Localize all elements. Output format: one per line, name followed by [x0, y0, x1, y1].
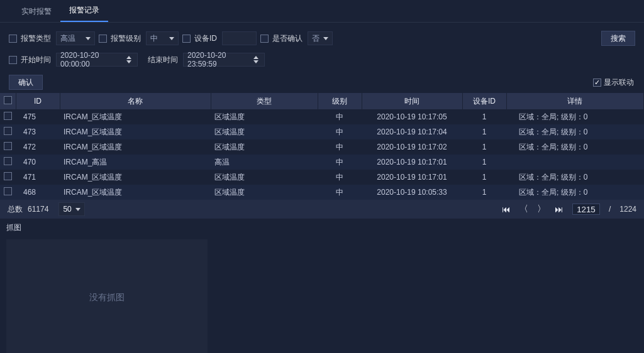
search-button[interactable]: 搜索 — [601, 31, 635, 46]
th-level: 级别 — [318, 93, 362, 109]
first-page-icon[interactable]: ⏮ — [502, 204, 511, 214]
input-start-time-value: 2020-10-20 00:00:00 — [60, 51, 125, 68]
row-checkbox[interactable] — [4, 157, 12, 165]
table-row[interactable]: 470IRCAM_高温高温中2020-10-19 10:17:011 — [0, 155, 644, 170]
cell-type: 区域温度 — [211, 170, 318, 185]
value-total: 61174 — [28, 205, 48, 214]
input-device-id[interactable] — [222, 31, 257, 45]
tab-history[interactable]: 报警记录 — [60, 0, 108, 22]
cell-deviceid: 1 — [462, 124, 506, 139]
confirm-button[interactable]: 确认 — [9, 75, 43, 90]
cell-name: IRCAM_区域温度 — [60, 185, 211, 200]
spin-down-icon[interactable] — [126, 60, 131, 63]
chevron-down-icon — [323, 37, 328, 40]
snapshot-title: 抓图 — [0, 219, 644, 237]
spin-down-icon[interactable] — [253, 60, 258, 63]
select-confirm[interactable]: 否 — [308, 31, 333, 45]
label-alarm-level: 报警级别 — [111, 33, 141, 44]
cell-level: 中 — [318, 109, 362, 124]
table-row[interactable]: 475IRCAM_区域温度区域温度中2020-10-19 10:17:051区域… — [0, 109, 644, 124]
snapshot-empty-text: 没有抓图 — [89, 292, 125, 303]
cell-detail: 区域：全局; 级别：0 — [506, 185, 644, 200]
select-alarm-level[interactable]: 中 — [146, 31, 179, 45]
table-row[interactable]: 473IRCAM_区域温度区域温度中2020-10-19 10:17:041区域… — [0, 124, 644, 139]
select-alarm-level-value: 中 — [150, 33, 165, 44]
cell-id: 471 — [16, 170, 60, 185]
checkbox-select-all[interactable] — [4, 96, 12, 104]
cell-type: 高温 — [211, 155, 318, 170]
cell-detail: 区域：全局; 级别：0 — [506, 124, 644, 139]
spin-up-icon[interactable] — [253, 56, 258, 59]
tab-realtime[interactable]: 实时报警 — [13, 1, 60, 22]
page-total: 1224 — [619, 205, 636, 214]
last-page-icon[interactable]: ⏭ — [555, 204, 564, 214]
input-end-time[interactable]: 2020-10-20 23:59:59 — [183, 53, 265, 67]
cell-time: 2020-10-19 10:17:05 — [362, 109, 462, 124]
row-checkbox[interactable] — [4, 112, 12, 120]
select-page-size[interactable]: 50 — [58, 202, 84, 216]
th-name: 名称 — [60, 93, 211, 109]
cell-detail — [506, 155, 644, 170]
th-id: ID — [16, 93, 60, 109]
cell-name: IRCAM_区域温度 — [60, 170, 211, 185]
filter-row-1: 报警类型 高温 报警级别 中 设备ID 是否确认 否 搜索 — [9, 28, 635, 49]
prev-page-icon[interactable]: 〈 — [519, 204, 528, 215]
cell-level: 中 — [318, 170, 362, 185]
cell-level: 中 — [318, 139, 362, 155]
cell-level: 中 — [318, 124, 362, 139]
select-alarm-type[interactable]: 高温 — [56, 31, 95, 45]
cell-type: 区域温度 — [211, 139, 318, 155]
label-alarm-type: 报警类型 — [21, 33, 51, 44]
next-page-icon[interactable]: 〉 — [537, 204, 546, 215]
label-device-id: 设备ID — [194, 33, 217, 44]
checkbox-confirm[interactable] — [260, 35, 269, 43]
spin-up-icon[interactable] — [126, 56, 131, 59]
cell-id: 475 — [16, 109, 60, 124]
input-end-time-value: 2020-10-20 23:59:59 — [187, 51, 252, 68]
tab-bar: 实时报警 报警记录 — [0, 0, 644, 23]
cell-time: 2020-10-19 10:17:01 — [362, 170, 462, 185]
checkbox-alarm-type[interactable] — [9, 35, 17, 43]
select-page-size-value: 50 — [63, 205, 71, 214]
table-row[interactable]: 471IRCAM_区域温度区域温度中2020-10-19 10:17:011区域… — [0, 170, 644, 185]
spinner-end — [252, 55, 260, 64]
row-checkbox[interactable] — [4, 127, 12, 135]
row-checkbox[interactable] — [4, 142, 12, 150]
chevron-down-icon — [169, 37, 174, 40]
chevron-down-icon — [86, 37, 91, 40]
table-header: ID 名称 类型 级别 时间 设备ID 详情 — [0, 93, 644, 109]
row-checkbox[interactable] — [4, 172, 12, 180]
page-input[interactable] — [572, 204, 600, 215]
cell-deviceid: 1 — [462, 185, 506, 200]
filter-row-2: 开始时间 2020-10-20 00:00:00 结束时间 2020-10-20… — [9, 49, 635, 70]
checkbox-show-linkage[interactable] — [593, 79, 601, 87]
show-linkage-wrap: 显示联动 — [593, 77, 635, 88]
cell-detail: 区域：全局; 级别：0 — [506, 139, 644, 155]
row-checkbox[interactable] — [4, 187, 12, 195]
spinner-start — [125, 55, 133, 64]
cell-type: 区域温度 — [211, 109, 318, 124]
snapshot-area: 没有抓图 — [6, 239, 208, 353]
cell-deviceid: 1 — [462, 170, 506, 185]
select-alarm-type-value: 高温 — [60, 33, 82, 44]
cell-name: IRCAM_区域温度 — [60, 109, 211, 124]
pagination-bar: 总数 61174 50 ⏮ 〈 〉 ⏭ / 1224 — [0, 200, 644, 219]
cell-name: IRCAM_高温 — [60, 155, 211, 170]
table-row[interactable]: 468IRCAM_区域温度区域温度中2020-10-19 10:05:331区域… — [0, 185, 644, 200]
input-start-time[interactable]: 2020-10-20 00:00:00 — [56, 53, 138, 67]
label-total: 总数 — [8, 204, 23, 215]
cell-id: 473 — [16, 124, 60, 139]
table-body: 475IRCAM_区域温度区域温度中2020-10-19 10:17:051区域… — [0, 109, 644, 200]
table-row[interactable]: 472IRCAM_区域温度区域温度中2020-10-19 10:17:021区域… — [0, 139, 644, 155]
checkbox-start-time[interactable] — [9, 56, 17, 64]
checkbox-alarm-level[interactable] — [99, 35, 107, 43]
filter-panel: 报警类型 高温 报警级别 中 设备ID 是否确认 否 搜索 开始时间 2020-… — [0, 23, 644, 72]
select-confirm-value: 否 — [312, 33, 319, 44]
cell-type: 区域温度 — [211, 124, 318, 139]
cell-name: IRCAM_区域温度 — [60, 139, 211, 155]
checkbox-device-id[interactable] — [182, 35, 191, 43]
label-start-time: 开始时间 — [21, 55, 51, 65]
cell-name: IRCAM_区域温度 — [60, 124, 211, 139]
cell-deviceid: 1 — [462, 109, 506, 124]
cell-time: 2020-10-19 10:17:02 — [362, 139, 462, 155]
